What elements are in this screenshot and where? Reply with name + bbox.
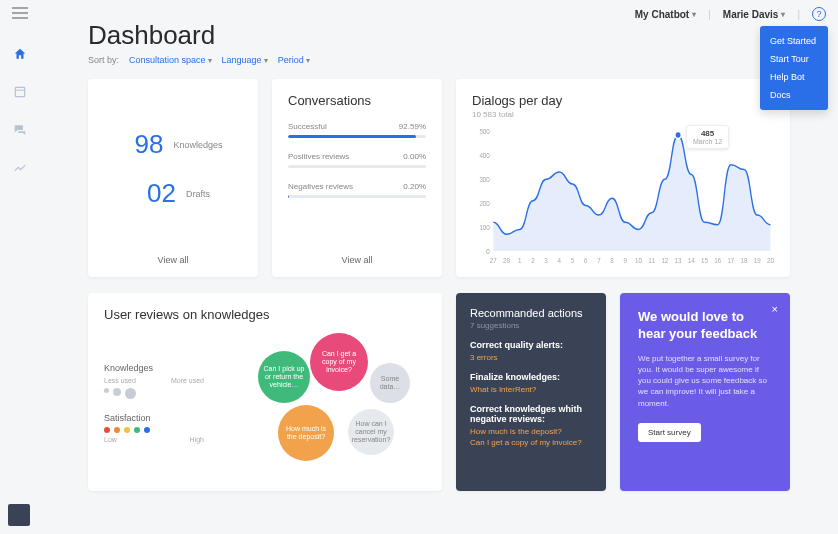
svg-text:17: 17	[727, 257, 734, 264]
svg-text:11: 11	[648, 257, 655, 264]
knowledges-legend-title: Knowledges	[104, 363, 204, 373]
action-link[interactable]: How much is the deposit?	[470, 427, 592, 436]
action-link[interactable]: What is InterRent?	[470, 385, 592, 394]
svg-text:9: 9	[624, 257, 628, 264]
svg-text:14: 14	[688, 257, 695, 264]
svg-text:6: 6	[584, 257, 588, 264]
svg-text:5: 5	[571, 257, 575, 264]
view-all-link[interactable]: View all	[272, 255, 442, 265]
view-all-link[interactable]: View all	[88, 255, 258, 265]
chevron-down-icon: ▾	[306, 56, 310, 65]
review-bubble[interactable]: Can I pick up or return the vehicle…	[258, 351, 310, 403]
start-survey-button[interactable]: Start survey	[638, 423, 701, 442]
reviews-title: User reviews on knowledges	[104, 307, 426, 322]
chat-launcher[interactable]	[8, 504, 30, 526]
review-bubble[interactable]: How much is the deposit?	[278, 405, 334, 461]
kpi-value: 02	[136, 178, 176, 209]
svg-point-28	[675, 131, 681, 138]
svg-text:1: 1	[518, 257, 522, 264]
action-link[interactable]: 3 errors	[470, 353, 592, 362]
help-item-get-started[interactable]: Get Started	[760, 32, 828, 50]
svg-text:3: 3	[544, 257, 548, 264]
svg-text:28: 28	[503, 257, 510, 264]
svg-text:0: 0	[486, 248, 490, 255]
svg-text:4: 4	[558, 257, 562, 264]
action-group: Finalize knowledges:What is InterRent?	[470, 372, 592, 394]
svg-text:20: 20	[767, 257, 774, 264]
dialogs-subtitle: 10 583 total	[472, 110, 774, 119]
filter-language[interactable]: Language ▾	[222, 55, 268, 65]
svg-text:300: 300	[479, 176, 490, 183]
svg-text:10: 10	[635, 257, 642, 264]
help-item-help-bot[interactable]: Help Bot	[760, 68, 828, 86]
kpi-value: 98	[123, 129, 163, 160]
svg-text:500: 500	[479, 128, 490, 135]
dialogs-title: Dialogs per day	[472, 93, 774, 108]
kpi-label: Drafts	[186, 189, 210, 199]
nav-home-icon[interactable]	[12, 46, 28, 62]
actions-card: Recommanded actions 7 suggestions Correc…	[456, 293, 606, 491]
svg-text:15: 15	[701, 257, 708, 264]
kpi-drafts: 02 Drafts	[136, 178, 210, 209]
feedback-title: We would love to hear your feedback	[638, 309, 758, 343]
svg-text:2: 2	[531, 257, 535, 264]
action-group: Correct quality alerts:3 errors	[470, 340, 592, 362]
nav-chat-icon[interactable]	[12, 122, 28, 138]
kpi-knowledges: 98 Knowledges	[123, 129, 222, 160]
svg-text:12: 12	[661, 257, 668, 264]
tooltip-date: March 12	[693, 138, 722, 145]
svg-text:8: 8	[610, 257, 614, 264]
dialogs-chart: 485 March 12 010020030040050027281234567…	[472, 125, 774, 265]
satisfaction-legend-title: Satisfaction	[104, 413, 204, 423]
page-title: Dashboard	[88, 20, 790, 51]
reviews-card: User reviews on knowledges Knowledges Le…	[88, 293, 442, 491]
conversation-metric: Negatives reviews0.20%	[288, 182, 426, 198]
conversations-title: Conversations	[288, 93, 426, 108]
filter-period[interactable]: Period ▾	[278, 55, 310, 65]
review-bubble[interactable]: Some data…	[370, 363, 410, 403]
help-dropdown: Get Started Start Tour Help Bot Docs	[760, 26, 828, 110]
sidebar	[0, 28, 40, 534]
menu-toggle[interactable]	[12, 5, 28, 23]
svg-text:100: 100	[479, 224, 490, 231]
actions-title: Recommanded actions	[470, 307, 592, 319]
help-item-docs[interactable]: Docs	[760, 86, 828, 104]
sort-label: Sort by:	[88, 55, 119, 65]
feedback-body: We put together a small survey for you. …	[638, 353, 772, 409]
chevron-down-icon: ▾	[264, 56, 268, 65]
chevron-down-icon: ▾	[208, 56, 212, 65]
chart-tooltip: 485 March 12	[686, 125, 729, 149]
svg-text:7: 7	[597, 257, 601, 264]
dialogs-card: Dialogs per day 10 583 total 485 March 1…	[456, 79, 790, 277]
action-group: Correct knowledges whith negative review…	[470, 404, 592, 447]
help-item-start-tour[interactable]: Start Tour	[760, 50, 828, 68]
svg-text:200: 200	[479, 200, 490, 207]
filter-space[interactable]: Consultation space ▾	[129, 55, 212, 65]
svg-text:18: 18	[741, 257, 748, 264]
kpi-card: 98 Knowledges 02 Drafts View all	[88, 79, 258, 277]
svg-text:19: 19	[754, 257, 761, 264]
tooltip-value: 485	[693, 129, 722, 138]
review-bubble[interactable]: How can I cancel my reservation?	[348, 409, 394, 455]
actions-subtitle: 7 suggestions	[470, 321, 592, 330]
svg-text:27: 27	[490, 257, 497, 264]
nav-knowledge-icon[interactable]	[12, 84, 28, 100]
action-link[interactable]: Can I get a copy of my invoice?	[470, 438, 592, 447]
close-icon[interactable]: ×	[772, 303, 778, 315]
sort-row: Sort by: Consultation space ▾ Language ▾…	[88, 55, 790, 65]
nav-analytics-icon[interactable]	[12, 160, 28, 176]
svg-text:16: 16	[714, 257, 721, 264]
conversations-card: Conversations Successful92.59%Positives …	[272, 79, 442, 277]
review-bubble[interactable]: Can I get a copy of my invoice?	[310, 333, 368, 391]
kpi-label: Knowledges	[173, 140, 222, 150]
svg-text:13: 13	[675, 257, 682, 264]
conversation-metric: Positives reviews0.00%	[288, 152, 426, 168]
svg-text:400: 400	[479, 152, 490, 159]
feedback-card: × We would love to hear your feedback We…	[620, 293, 790, 491]
conversation-metric: Successful92.59%	[288, 122, 426, 138]
